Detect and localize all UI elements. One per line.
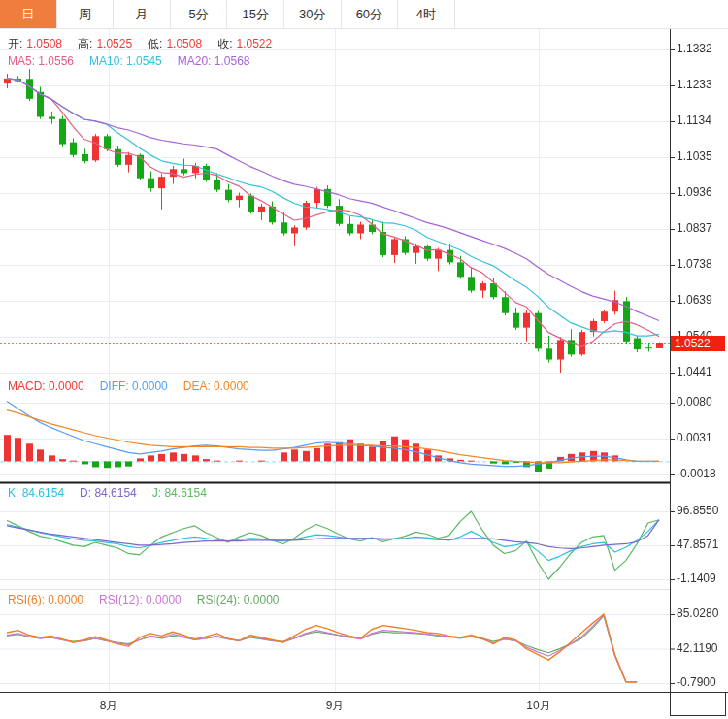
y-tick-label: -0.0018 <box>677 467 716 480</box>
close-value: 1.0522 <box>236 37 272 50</box>
ma10-readout: MA10: 1.0545 <box>89 54 162 68</box>
y-tick-label: 47.8571 <box>677 538 718 551</box>
current-price-badge: 1.0522 <box>671 336 725 351</box>
d-value: D: 84.6154 <box>80 486 137 500</box>
j-value: J: 84.6154 <box>152 486 207 500</box>
x-tick-label: 10月 <box>526 698 550 714</box>
y-tick-label: 42.1190 <box>677 641 718 655</box>
macd-value: MACD: 0.0000 <box>8 379 84 393</box>
y-tick-label: 1.0936 <box>677 185 712 199</box>
rsi12-value: RSI(12): 0.0000 <box>99 593 182 606</box>
low-label: 低: <box>148 37 162 50</box>
diff-value: DIFF: 0.0000 <box>100 379 168 393</box>
period-tab-bar: 日周月5分15分30分60分4时 <box>0 0 728 29</box>
y-tick-label: 1.0837 <box>677 221 712 235</box>
k-value: K: 84.6154 <box>8 486 64 500</box>
ohlc-readout: 开:1.0508高:1.0525低:1.0508收:1.0522 <box>8 36 276 52</box>
y-tick-label: 1.1332 <box>677 42 712 55</box>
tab-30分[interactable]: 30分 <box>284 0 342 28</box>
open-value: 1.0508 <box>26 37 62 50</box>
tab-15分[interactable]: 15分 <box>227 0 284 28</box>
tab-4时[interactable]: 4时 <box>398 0 455 28</box>
y-tick-label: 1.0441 <box>677 365 712 378</box>
y-tick-label: 1.0738 <box>677 257 712 271</box>
y-tick-label: 0.0031 <box>677 431 712 444</box>
y-tick-label: 85.0280 <box>677 606 718 620</box>
rsi6-value: RSI(6): 0.0000 <box>8 593 83 606</box>
close-label: 收: <box>217 37 232 50</box>
macd-readout: MACD: 0.0000DIFF: 0.0000DEA: 0.0000 <box>8 379 253 393</box>
ma20-readout: MA20: 1.0568 <box>178 54 250 68</box>
y-tick-label: 1.1134 <box>677 114 711 127</box>
y-tick-label: 1.1233 <box>677 78 712 91</box>
ma-readout: MA5: 1.0556MA10: 1.0545MA20: 1.0568 <box>8 54 253 68</box>
high-value: 1.0525 <box>96 37 132 50</box>
y-tick-label: -1.1409 <box>677 572 716 585</box>
trading-chart-app: 日周月5分15分30分60分4时 开:1.0508高:1.0525低:1.050… <box>0 0 728 719</box>
chart-canvas[interactable] <box>0 0 728 719</box>
low-value: 1.0508 <box>166 37 202 50</box>
y-tick-label: 96.8550 <box>677 504 718 517</box>
y-tick-label: 1.1035 <box>677 149 712 163</box>
kdj-readout: K: 84.6154D: 84.6154J: 84.6154 <box>8 486 211 500</box>
dea-value: DEA: 0.0000 <box>183 379 249 393</box>
tab-60分[interactable]: 60分 <box>342 0 399 28</box>
open-label: 开: <box>8 37 22 50</box>
ma5-readout: MA5: 1.0556 <box>8 54 74 68</box>
tab-5分[interactable]: 5分 <box>171 0 228 28</box>
tab-日[interactable]: 日 <box>0 0 57 28</box>
high-label: 高: <box>78 37 92 50</box>
x-tick-label: 9月 <box>326 698 345 714</box>
y-tick-label: 0.0080 <box>677 395 712 409</box>
x-tick-label: 8月 <box>100 698 118 714</box>
tab-周[interactable]: 周 <box>57 0 115 28</box>
rsi-readout: RSI(6): 0.0000RSI(12): 0.0000RSI(24): 0.… <box>8 593 282 606</box>
y-tick-label: -0.7900 <box>677 675 716 689</box>
tab-月[interactable]: 月 <box>114 0 171 28</box>
rsi24-value: RSI(24): 0.0000 <box>197 593 280 606</box>
y-tick-label: 1.0639 <box>677 293 712 307</box>
